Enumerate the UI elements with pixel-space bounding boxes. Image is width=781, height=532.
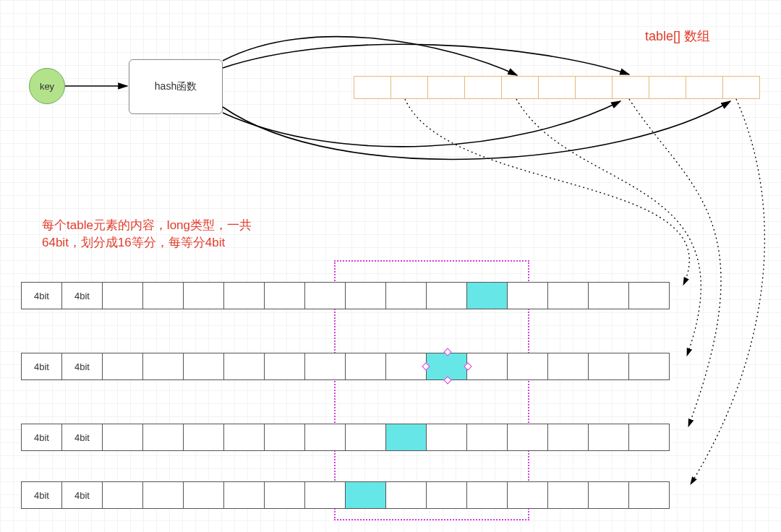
bit-cell	[264, 353, 305, 380]
bit-cell	[223, 481, 265, 509]
bit-cell	[223, 282, 265, 309]
table-array-cell	[538, 76, 576, 99]
dotted-arrow-slot-to-row-2	[516, 99, 701, 356]
table-array-cell	[612, 76, 649, 99]
bit-cell	[507, 481, 548, 509]
bit-cell	[183, 424, 224, 451]
bit-cell: 4bit	[61, 282, 103, 309]
key-label: key	[40, 81, 54, 92]
table-array-cell	[501, 76, 539, 99]
diagram-canvas: key hash函数 table[] 数组 每个table元素的内容，long类…	[0, 0, 781, 532]
table-array-cell	[464, 76, 502, 99]
bit-cell	[628, 282, 670, 309]
bit-cell	[426, 282, 467, 309]
arrow-hash-to-slot-1	[223, 37, 517, 75]
bit-cell	[588, 353, 629, 380]
bit-cell	[102, 481, 143, 509]
bit-cell	[183, 353, 224, 380]
table-array-cell	[575, 76, 613, 99]
bit-cell	[588, 424, 629, 451]
bit-cell	[507, 424, 548, 451]
bit-cell	[304, 424, 346, 451]
table-array	[354, 76, 760, 99]
bit-cell	[628, 424, 670, 451]
key-node: key	[29, 68, 65, 104]
bit-cell	[264, 282, 305, 309]
bit-cell	[628, 481, 670, 509]
bit-cell	[547, 282, 589, 309]
table-array-label: table[] 数组	[645, 27, 710, 45]
bit-cell	[588, 282, 629, 309]
bit-cell-highlight	[345, 481, 386, 509]
bit-cell	[507, 282, 548, 309]
bit-cell	[223, 424, 265, 451]
bit-cell	[142, 481, 184, 509]
bit-cell	[466, 481, 508, 509]
bit-cell: 4bit	[21, 353, 62, 380]
bit-cell	[588, 481, 629, 509]
bit-cell	[264, 424, 305, 451]
hash-function-box: hash函数	[129, 59, 223, 114]
bit-cell	[507, 353, 548, 380]
table-array-cell	[354, 76, 391, 99]
bit-cell	[183, 282, 224, 309]
bit-row: 4bit4bit	[22, 282, 670, 309]
table-array-cell	[686, 76, 723, 99]
bit-cell	[547, 481, 589, 509]
bit-row: 4bit4bit	[22, 481, 670, 509]
bit-cell	[345, 353, 386, 380]
bit-row: 4bit4bit	[22, 424, 670, 451]
bit-cell	[385, 353, 427, 380]
bit-cell	[466, 353, 508, 380]
bit-cell	[547, 424, 589, 451]
table-array-cell	[427, 76, 465, 99]
bit-cell	[426, 481, 467, 509]
bit-cell	[264, 481, 305, 509]
bit-cell	[102, 353, 143, 380]
arrow-hash-to-slot-4	[223, 101, 730, 159]
bit-row: 4bit4bit	[22, 353, 670, 380]
arrow-hash-to-slot-3	[223, 101, 620, 147]
bit-cell	[142, 353, 184, 380]
bit-cell: 4bit	[21, 424, 62, 451]
bit-cell	[304, 481, 346, 509]
bit-cell: 4bit	[21, 282, 62, 309]
bit-cell	[547, 353, 589, 380]
hash-label: hash函数	[155, 80, 197, 93]
bit-cell	[385, 282, 427, 309]
bit-cell: 4bit	[61, 481, 103, 509]
bit-cell	[183, 481, 224, 509]
bit-cell: 4bit	[61, 353, 103, 380]
bit-cell: 4bit	[21, 481, 62, 509]
arrow-hash-to-slot-2	[223, 44, 629, 74]
bit-cell-highlight	[385, 424, 427, 451]
bit-cell	[385, 481, 427, 509]
bit-cell	[304, 282, 346, 309]
table-array-cell	[722, 76, 760, 99]
bit-cell	[223, 353, 265, 380]
bit-cell	[345, 424, 386, 451]
bit-cell	[628, 353, 670, 380]
description-text: 每个table元素的内容，long类型，一共64bit，划分成16等分，每等分4…	[42, 217, 288, 252]
bit-cell	[426, 424, 467, 451]
bit-cell	[304, 353, 346, 380]
bit-cell: 4bit	[61, 424, 103, 451]
table-array-cell	[649, 76, 686, 99]
bit-cell	[102, 282, 143, 309]
bit-cell	[142, 282, 184, 309]
dotted-arrow-slot-to-row-4	[691, 99, 764, 484]
table-array-cell	[390, 76, 428, 99]
dotted-arrow-slot-to-row-1	[405, 99, 689, 285]
bit-cell	[102, 424, 143, 451]
bit-cell	[142, 424, 184, 451]
bit-cell	[466, 424, 508, 451]
bit-cell-highlight	[466, 282, 508, 309]
bit-cell	[345, 282, 386, 309]
